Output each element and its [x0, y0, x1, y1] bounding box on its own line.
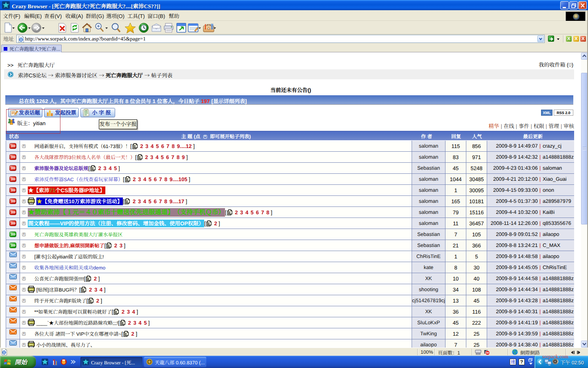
svg-text:JPG: JPG — [29, 343, 34, 346]
svg-text:JPG: JPG — [29, 321, 34, 324]
svg-text:JPG: JPG — [29, 288, 34, 291]
svg-text:JPG: JPG — [29, 200, 34, 203]
